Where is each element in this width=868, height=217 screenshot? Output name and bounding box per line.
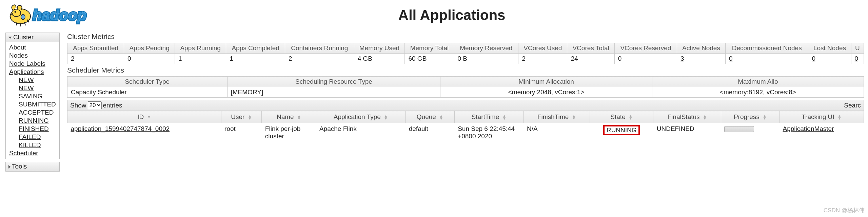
cluster-metric-value: 4 GB (354, 54, 405, 64)
cluster-metric-value: 2 (518, 54, 567, 64)
header: hadoop hadoop All Applications (0, 0, 868, 27)
sidebar-appstate-finished[interactable]: FINISHED (19, 125, 56, 133)
app-progress-bar (724, 126, 754, 132)
cluster-metric-header: Containers Running (285, 43, 354, 54)
scheduler-metrics-table: Scheduler TypeScheduling Resource TypeMi… (67, 76, 864, 98)
sidebar-appstate-accepted[interactable]: ACCEPTED (19, 108, 56, 117)
tracking-ui-link[interactable]: ApplicationMaster (783, 125, 834, 132)
show-label: Show (70, 102, 86, 109)
sort-icon: ▲▼ (248, 115, 252, 120)
app-starttime: Sun Sep 6 22:45:44 +0800 2020 (454, 123, 524, 142)
sidebar-link-applications[interactable]: Applications (9, 68, 56, 76)
sort-icon: ▲▼ (439, 115, 443, 120)
apps-column-header[interactable]: Name ▲▼ (262, 111, 316, 123)
cluster-metric-value: 1 (226, 54, 285, 64)
datatable-toolbar: Show 20 entries Searc (67, 100, 864, 111)
sidebar-cluster-panel: Cluster About Nodes Node Labels Applicat… (5, 33, 60, 159)
applications-table: ID ▼User ▲▼Name ▲▼Application Type ▲▼Que… (67, 111, 864, 142)
apps-column-header[interactable]: Tracking UI ▲▼ (780, 111, 864, 123)
sort-icon: ▲▼ (703, 115, 707, 120)
sidebar-link-node-labels[interactable]: Node Labels (9, 60, 56, 68)
apps-column-header[interactable]: FinishTime ▲▼ (524, 111, 590, 123)
cluster-metrics-heading: Cluster Metrics (67, 33, 864, 41)
cluster-metric-header: Memory Reserved (454, 43, 518, 54)
apps-column-header[interactable]: Queue ▲▼ (406, 111, 454, 123)
app-id-link[interactable]: application_1599402747874_0002 (71, 125, 170, 132)
cluster-metric-value: 0 B (454, 54, 518, 64)
sidebar-link-scheduler[interactable]: Scheduler (9, 149, 56, 157)
cluster-metric-value: 0 (614, 54, 677, 64)
cluster-metric-value: 24 (567, 54, 614, 64)
apps-column-header[interactable]: User ▲▼ (221, 111, 262, 123)
cluster-metric-header: Apps Submitted (67, 43, 124, 54)
cluster-metric-header: Apps Running (175, 43, 226, 54)
sort-icon: ▲▼ (297, 115, 301, 120)
cluster-metric-value[interactable]: 0 (851, 54, 864, 64)
cluster-metric-value[interactable]: 3 (677, 54, 725, 64)
sidebar-appstate-killed[interactable]: KILLED (19, 141, 56, 149)
cluster-metrics-table: Apps SubmittedApps PendingApps RunningAp… (67, 43, 864, 64)
scheduler-metrics-heading: Scheduler Metrics (67, 66, 864, 74)
sidebar-appstate-new[interactable]: NEW (19, 76, 56, 84)
sort-icon: ▲▼ (572, 115, 576, 120)
cluster-metric-header: Active Nodes (677, 43, 725, 54)
cluster-metric-header: Lost Nodes (808, 43, 851, 54)
svg-point-1 (12, 9, 21, 17)
sidebar-tools-panel: Tools (5, 162, 60, 172)
sidebar-tools-header[interactable]: Tools (6, 162, 59, 171)
sort-icon: ▲▼ (502, 115, 507, 120)
sidebar-link-about[interactable]: About (9, 43, 56, 52)
sidebar-appstate-new-saving[interactable]: NEW SAVING (19, 84, 56, 100)
cluster-metric-value[interactable]: 0 (726, 54, 808, 64)
app-type: Apache Flink (316, 123, 406, 142)
apps-column-header[interactable]: Progress ▲▼ (721, 111, 779, 123)
sidebar-cluster-header[interactable]: Cluster (6, 33, 59, 42)
scheduler-metric-header: Scheduler Type (67, 77, 228, 87)
scheduler-metric-value: Capacity Scheduler (67, 87, 228, 98)
app-queue: default (406, 123, 454, 142)
cluster-metric-header: Memory Used (354, 43, 405, 54)
apps-column-header[interactable]: StartTime ▲▼ (454, 111, 524, 123)
svg-point-3 (21, 14, 25, 20)
app-finishtime: N/A (524, 123, 590, 142)
sort-icon: ▲▼ (629, 115, 633, 120)
cluster-metric-value: 60 GB (405, 54, 454, 64)
sidebar-appstate-failed[interactable]: FAILED (19, 133, 56, 141)
app-name: Flink per-job cluster (262, 123, 316, 142)
cluster-metric-header: Apps Completed (226, 43, 285, 54)
cluster-metric-header: VCores Reserved (614, 43, 677, 54)
sort-icon: ▲▼ (837, 115, 842, 120)
sidebar-link-nodes[interactable]: Nodes (9, 52, 56, 60)
cluster-metric-header: VCores Used (518, 43, 567, 54)
scheduler-metric-value: <memory:2048, vCores:1> (440, 87, 652, 98)
sort-icon: ▲▼ (384, 115, 388, 120)
app-state-highlight: RUNNING (603, 125, 640, 135)
apps-column-header[interactable]: ID ▼ (67, 111, 221, 123)
sidebar-appstate-submitted[interactable]: SUBMITTED (19, 100, 56, 108)
scheduler-metric-value: <memory:8192, vCores:8> (652, 87, 864, 98)
cluster-metric-header: Memory Total (405, 43, 454, 54)
svg-point-2 (15, 11, 16, 13)
apps-column-header[interactable]: State ▲▼ (590, 111, 653, 123)
caret-right-icon (8, 165, 11, 169)
apps-column-header[interactable]: FinalStatus ▲▼ (653, 111, 721, 123)
svg-text:hadoop: hadoop (33, 7, 86, 23)
cluster-metric-header: VCores Total (567, 43, 614, 54)
sort-down-icon: ▼ (147, 116, 151, 118)
cluster-metric-value[interactable]: 0 (808, 54, 851, 64)
cluster-metric-value: 0 (124, 54, 175, 64)
cluster-metric-header: Decommissioned Nodes (726, 43, 808, 54)
scheduler-metric-header: Maximum Allo (652, 77, 864, 87)
app-finalstatus: UNDEFINED (653, 123, 721, 142)
hadoop-logo: hadoop hadoop (7, 3, 110, 27)
page-title: All Applications (42, 7, 861, 23)
cluster-metric-value: 2 (285, 54, 354, 64)
apps-column-header[interactable]: Application Type ▲▼ (316, 111, 406, 123)
scheduler-metric-header: Minimum Allocation (440, 77, 652, 87)
page-size-select[interactable]: 20 (88, 101, 102, 109)
scheduler-metric-value: [MEMORY] (227, 87, 440, 98)
sidebar-appstate-running[interactable]: RUNNING (19, 117, 56, 125)
cluster-metric-value: 1 (175, 54, 226, 64)
entries-label: entries (103, 102, 122, 109)
caret-down-icon (8, 37, 12, 39)
